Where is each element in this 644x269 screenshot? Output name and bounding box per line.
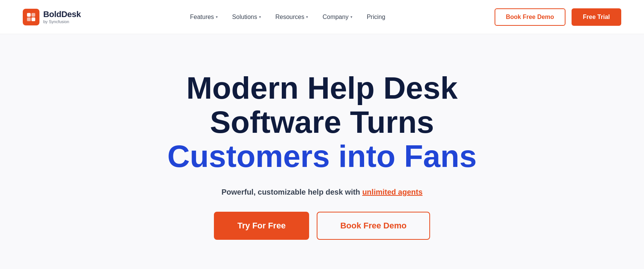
- main-nav: Features ▾ Solutions ▾ Resources ▾ Compa…: [190, 14, 385, 20]
- svg-rect-3: [31, 17, 35, 21]
- logo-subtext: by Syncfusion: [43, 19, 81, 24]
- chevron-down-icon: ▾: [350, 15, 352, 19]
- free-trial-button[interactable]: Free Trial: [572, 8, 621, 26]
- logo[interactable]: BoldDesk by Syncfusion: [23, 9, 81, 25]
- logo-text: BoldDesk by Syncfusion: [43, 10, 81, 24]
- nav-pricing[interactable]: Pricing: [367, 14, 385, 20]
- nav-features[interactable]: Features ▾: [190, 14, 218, 20]
- hero-title: Modern Help Desk Software Turns Customer…: [167, 71, 477, 174]
- hero-section: Modern Help Desk Software Turns Customer…: [0, 34, 644, 269]
- logo-name: BoldDesk: [43, 10, 81, 19]
- nav-resources[interactable]: Resources ▾: [275, 14, 308, 20]
- logo-icon: [23, 9, 39, 25]
- hero-book-demo-button[interactable]: Book Free Demo: [317, 212, 430, 240]
- book-demo-button[interactable]: Book Free Demo: [495, 8, 565, 26]
- svg-rect-0: [27, 13, 31, 17]
- nav-company[interactable]: Company ▾: [322, 14, 352, 20]
- site-header: BoldDesk by Syncfusion Features ▾ Soluti…: [0, 0, 644, 34]
- svg-rect-1: [31, 13, 35, 17]
- svg-rect-2: [27, 17, 31, 21]
- chevron-down-icon: ▾: [259, 15, 261, 19]
- chevron-down-icon: ▾: [216, 15, 218, 19]
- hero-title-highlight: Customers into Fans: [167, 139, 477, 173]
- try-for-free-button[interactable]: Try For Free: [214, 212, 309, 240]
- unlimited-agents-link[interactable]: unlimited agents: [362, 188, 423, 196]
- hero-subtitle: Powerful, customizable help desk with un…: [221, 188, 423, 197]
- hero-cta-buttons: Try For Free Book Free Demo: [214, 212, 430, 240]
- nav-solutions[interactable]: Solutions ▾: [232, 14, 261, 20]
- header-actions: Book Free Demo Free Trial: [495, 8, 621, 26]
- chevron-down-icon: ▾: [306, 15, 308, 19]
